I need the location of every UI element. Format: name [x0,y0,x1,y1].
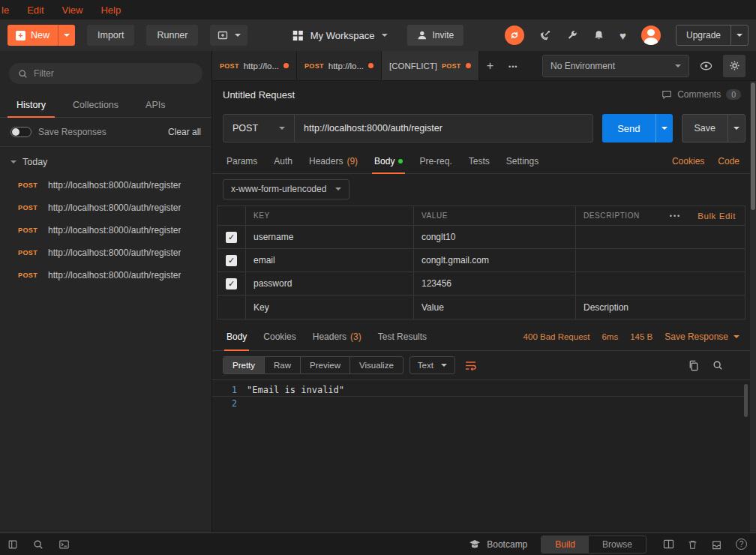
runner-button[interactable]: Runner [146,25,198,46]
save-response-button[interactable]: Save Response [664,332,740,342]
sidebar-tab-collections[interactable]: Collections [59,93,132,117]
value-cell[interactable]: Value [414,296,576,319]
history-item[interactable]: POST http://localhost:8000/auth/register [0,264,212,286]
wrench-icon[interactable] [566,29,578,41]
send-button[interactable]: Send [602,114,672,142]
response-tab-test-results[interactable]: Test Results [370,322,435,350]
response-tab-headers[interactable]: Headers(3) [304,322,370,350]
workspace-switcher[interactable]: My Workspace [292,30,388,41]
save-button[interactable]: Save [682,114,746,142]
bulk-edit-link[interactable]: Bulk Edit [698,212,736,220]
help-icon[interactable] [736,538,747,550]
search-response-icon[interactable] [712,360,723,371]
environment-settings-button[interactable] [723,55,746,77]
satellite-icon[interactable] [539,29,551,41]
url-input[interactable] [295,115,592,142]
new-dropdown-caret[interactable] [58,25,75,46]
view-raw-button[interactable]: Raw [265,357,301,374]
wrap-lines-icon[interactable] [464,360,477,371]
send-options-caret[interactable] [656,114,673,142]
table-options-button[interactable] [670,212,681,220]
tab-auth[interactable]: Auth [266,148,301,173]
format-select[interactable]: Text [410,356,455,374]
avatar[interactable] [641,26,661,45]
tab-prerequest[interactable]: Pre-req. [411,148,460,173]
view-visualize-button[interactable]: Visualize [350,357,403,374]
tab-params[interactable]: Params [218,148,266,173]
save-options-caret[interactable] [728,115,745,142]
history-item[interactable]: POST http://localhost:8000/auth/register [0,196,212,219]
sidebar-tab-apis[interactable]: APIs [132,93,178,117]
tab-headers[interactable]: Headers(9) [301,148,366,173]
history-item[interactable]: POST http://localhost:8000/auth/register [0,219,212,242]
add-tab-button[interactable] [479,59,501,73]
bell-icon[interactable] [593,29,604,41]
response-tab-cookies[interactable]: Cookies [255,322,304,350]
sidebar-toggle-icon[interactable] [8,539,18,550]
menu-item-help[interactable]: Help [100,4,121,16]
heart-icon[interactable]: ♥ [620,30,626,41]
tray-icon[interactable] [711,539,722,550]
new-button[interactable]: New [8,25,75,46]
trash-icon[interactable] [688,539,698,550]
code-link[interactable]: Code [718,156,740,166]
description-cell[interactable] [576,226,745,249]
bootcamp-button[interactable]: Bootcamp [469,539,527,550]
sync-icon[interactable] [505,26,524,45]
filter-input[interactable] [34,68,194,79]
history-item[interactable]: POST http://localhost:8000/auth/register [0,242,212,264]
main-scrollbar[interactable] [750,81,756,532]
view-pretty-button[interactable]: Pretty [224,357,265,374]
row-checkbox[interactable] [226,255,237,266]
description-cell[interactable]: Description [576,296,745,319]
value-cell[interactable]: conglt.gmail.com [414,249,576,272]
key-cell[interactable]: username [246,226,414,249]
tab-body[interactable]: Body [366,148,411,173]
environment-preview-eye-icon[interactable] [700,61,712,71]
upgrade-dropdown-caret[interactable] [730,26,748,45]
response-tab-body[interactable]: Body [218,322,255,350]
main-scrollbar-thumb[interactable] [751,82,755,210]
search-icon[interactable] [33,539,44,550]
copy-icon[interactable] [688,360,699,371]
key-cell[interactable]: password [246,272,414,296]
save-responses-toggle[interactable] [10,127,32,137]
console-icon[interactable] [58,539,70,550]
request-tab[interactable]: POST http://lo... [212,51,297,80]
sidebar-tab-history[interactable]: History [3,93,59,117]
row-checkbox[interactable] [226,278,237,290]
cookies-link[interactable]: Cookies [672,156,704,166]
invite-button[interactable]: Invite [407,25,464,46]
environment-select[interactable]: No Environment [542,55,689,77]
editor-scrollbar-thumb[interactable] [744,384,748,417]
key-cell[interactable]: Key [246,296,414,319]
value-cell[interactable]: 123456 [414,272,576,296]
tab-settings[interactable]: Settings [498,148,547,173]
method-select[interactable]: POST [224,115,295,142]
split-pane-icon[interactable] [663,539,674,549]
tab-tests[interactable]: Tests [460,148,498,173]
history-group-today[interactable]: Today [0,147,212,174]
request-tab-active[interactable]: [CONFLICT] POST [382,51,479,80]
body-type-select[interactable]: x-www-form-urlencoded [223,179,350,200]
menu-item-file[interactable]: le [2,4,9,16]
description-cell[interactable] [576,249,745,272]
request-tab[interactable]: POST http://lo... [297,51,382,80]
description-cell[interactable] [576,272,745,296]
key-cell[interactable]: email [246,249,414,272]
tab-options-button[interactable] [501,61,525,71]
history-item[interactable]: POST http://localhost:8000/auth/register [0,174,212,196]
row-checkbox[interactable] [226,232,237,243]
value-cell[interactable]: conglt10 [414,226,576,249]
menu-item-edit[interactable]: Edit [27,4,44,16]
build-tab[interactable]: Build [542,536,589,553]
browse-tab[interactable]: Browse [589,536,646,553]
view-preview-button[interactable]: Preview [301,357,350,374]
comments-button[interactable]: Comments 0 [662,89,741,100]
new-window-button[interactable] [210,25,248,46]
import-button[interactable]: Import [87,25,134,46]
filter-box [9,63,202,84]
clear-all-link[interactable]: Clear all [168,127,201,137]
upgrade-button[interactable]: Upgrade [676,25,748,46]
menu-item-view[interactable]: View [62,4,83,16]
